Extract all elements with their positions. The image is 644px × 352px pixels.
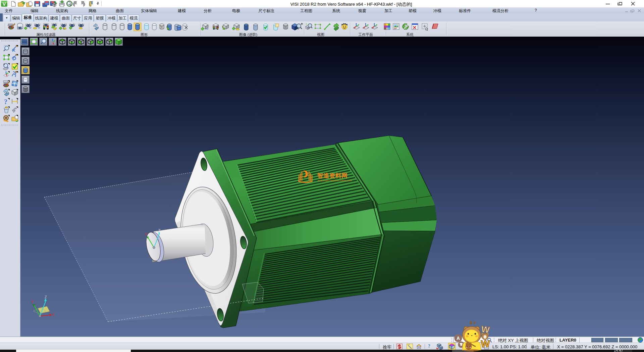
svg-text:Y: Y: [145, 232, 147, 237]
svg-text:INTELLIGENT MANUFACTURING DATA: INTELLIGENT MANUFACTURING DATA: [318, 180, 352, 182]
svg-text:Z: Z: [45, 295, 47, 299]
svg-text:智造资料网: 智造资料网: [317, 172, 347, 179]
svg-text:X: X: [52, 313, 55, 317]
svg-text:Y: Y: [31, 300, 34, 304]
svg-text:W: W: [481, 339, 490, 349]
svg-text:A: A: [457, 336, 460, 341]
svg-text:Z: Z: [158, 228, 160, 233]
svg-text:V: V: [2, 1, 6, 7]
